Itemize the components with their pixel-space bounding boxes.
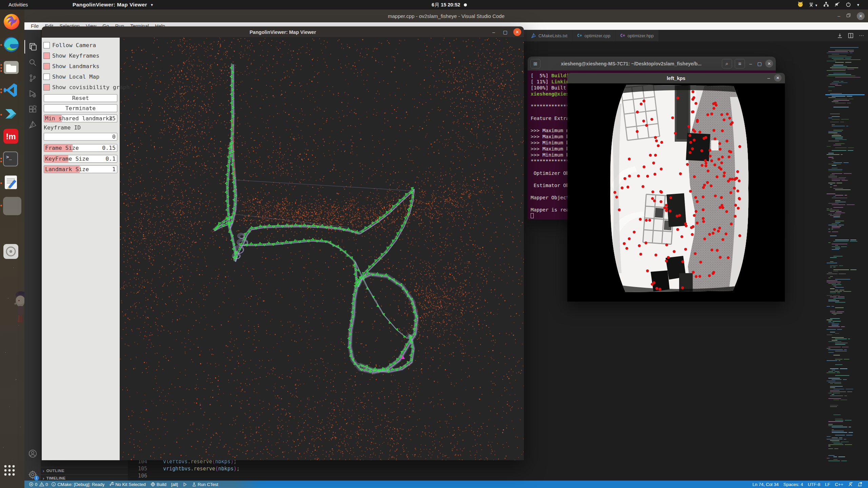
activity-run-debug-icon[interactable] [24, 87, 41, 100]
status-c-[interactable]: C++ [832, 481, 846, 488]
status-0[interactable]: 0 [28, 481, 38, 488]
dock-item-edge[interactable] [3, 36, 22, 55]
cat-indicator-icon[interactable] [797, 1, 803, 8]
tab-optimizer.hpp[interactable]: C+optimizer.hpp [615, 30, 659, 41]
activity-explorer-icon[interactable] [24, 40, 41, 54]
pangolin-minimize-button[interactable]: – [490, 29, 497, 35]
keyframe-id-input[interactable]: 0 [44, 133, 117, 141]
network-icon[interactable] [823, 1, 829, 8]
checkbox-show-local-map[interactable]: Show Local Map [43, 73, 99, 80]
system-tray: ▼▼ [797, 0, 860, 9]
activity-cmake-icon[interactable] [24, 118, 41, 131]
slider-frame-size[interactable]: Frame Size0.15 [44, 144, 117, 152]
terminal-close-button[interactable]: ✕ [765, 60, 773, 67]
status-spaces-4[interactable]: Spaces: 4 [781, 481, 806, 488]
pangolin-maximize-button[interactable]: ▢ [502, 29, 509, 35]
status-ln-74-col-34[interactable]: Ln 74, Col 34 [750, 481, 781, 488]
dock-item-recent-app[interactable] [3, 197, 22, 216]
pangolin-control-panel: Follow CameraShow KeyframesShow Landmark… [42, 38, 120, 460]
activity-extensions-icon[interactable] [24, 102, 41, 116]
recording-indicator [464, 0, 467, 9]
pangolin-window: PangolinViewer: Map Viewer – ▢ ✕ Follow … [42, 26, 524, 460]
button-reset[interactable]: Reset [44, 94, 117, 102]
status-cmake-debug-ready[interactable]: CMake: [Debug]: Ready [49, 481, 107, 488]
input-language-indicator[interactable]: ▼ [809, 2, 818, 7]
activities-button[interactable]: Activities [8, 0, 28, 9]
vscode-restore-button[interactable] [846, 13, 851, 19]
checkbox-show-keyframes[interactable]: Show Keyframes [43, 52, 99, 59]
vscode-title: mapper.cpp - ov2slam_fisheye - Visual St… [24, 9, 868, 22]
status-lf[interactable]: LF [823, 481, 832, 488]
slider-min-shared-landmarks[interactable]: Min shared landmarks25 [44, 115, 117, 122]
more-actions-icon[interactable]: ⋯ [859, 33, 864, 39]
run-cpp-icon[interactable] [837, 33, 843, 38]
activity-account-icon[interactable] [24, 447, 41, 460]
checkbox-follow-camera[interactable]: Follow Camera [43, 42, 96, 48]
dock-item-app-grid[interactable] [3, 464, 22, 483]
dock-item-vscode[interactable] [3, 82, 22, 101]
status-play[interactable] [180, 481, 190, 488]
top-bar: Activities PangolinViewer: Map Viewer▼ 6… [0, 0, 868, 9]
slider-landmark-size[interactable]: Landmark Size1 [44, 165, 117, 173]
split-editor-icon[interactable] [848, 33, 853, 38]
dock: !m>_ [0, 9, 24, 488]
dock-item-terminal[interactable]: >_ [3, 151, 22, 170]
status-utf-8[interactable]: UTF-8 [805, 481, 823, 488]
left-kps-titlebar[interactable]: left_kps – ✕ [567, 73, 785, 83]
terminal-header[interactable]: ⊞ xiesheng@xiesheng-MS-7C71: ~/Desktop/o… [528, 57, 776, 70]
pangolin-title: PangolinViewer: Map Viewer [42, 26, 524, 38]
dock-item-disc-burner[interactable] [3, 243, 22, 262]
pangolin-close-button[interactable]: ✕ [513, 28, 521, 36]
vscode-activity-bar: 1 [24, 30, 41, 481]
status-0[interactable]: 0 [38, 481, 49, 488]
terminal-new-tab-button[interactable]: ⊞ [530, 59, 540, 68]
status-person[interactable] [846, 481, 855, 488]
dock-item-im-app[interactable]: !m [3, 128, 22, 147]
pangolin-titlebar[interactable]: PangolinViewer: Map Viewer – ▢ ✕ [42, 26, 524, 38]
vscode-close-button[interactable]: ✕ [857, 12, 865, 20]
status-build[interactable]: Build [148, 481, 169, 488]
left-kps-window: left_kps – ✕ [567, 73, 785, 302]
svg-text:!m: !m [6, 132, 16, 141]
tray-chevron-icon[interactable]: ▼ [856, 3, 860, 7]
minimap[interactable] [825, 41, 865, 481]
dock-item-text-editor[interactable] [3, 174, 22, 193]
terminal-title: xiesheng@xiesheng-MS-7C71: ~/Desktop/ov2… [543, 61, 719, 66]
vscode-minimize-button[interactable]: – [837, 13, 840, 19]
dock-item-files[interactable] [3, 59, 22, 78]
checkbox-show-covisibility-graph[interactable]: Show covisibility graph [43, 84, 130, 90]
left-kps-image [567, 83, 785, 302]
terminal-menu-button[interactable]: ≡ [735, 59, 745, 68]
status-bell[interactable] [855, 481, 865, 488]
editor-actions: ⋯ [837, 30, 864, 41]
activity-search-icon[interactable] [24, 56, 41, 69]
checkbox-show-landmarks[interactable]: Show Landmarks [43, 63, 99, 69]
left-kps-close-button[interactable]: ✕ [774, 74, 782, 82]
volume-muted-icon[interactable] [834, 1, 840, 8]
status-no-kit-selected[interactable]: No Kit Selected [107, 481, 148, 488]
terminal-cursor [531, 213, 534, 218]
tab-optimizer.cpp[interactable]: C+optimizer.cpp [572, 30, 615, 41]
activity-settings-gear-icon[interactable]: 1 [24, 468, 41, 481]
sidebar-section-outline[interactable]: ›OUTLINE [41, 467, 128, 474]
left-kps-title: left_kps [567, 73, 785, 83]
power-icon[interactable] [846, 2, 851, 8]
button-terminate[interactable]: Terminate [44, 104, 117, 112]
slam-map-view[interactable] [120, 38, 524, 460]
dock-item-firefox[interactable] [3, 13, 22, 32]
settings-badge: 1 [34, 475, 39, 481]
vscode-titlebar[interactable]: mapper.cpp - ov2slam_fisheye - Visual St… [24, 9, 868, 22]
terminal-search-button[interactable]: ⌕ [722, 59, 732, 68]
terminal-minimize-button[interactable]: – [748, 61, 754, 66]
activity-source-control-icon[interactable] [24, 71, 41, 85]
tab-CMakeLists.txt[interactable]: CMakeLists.txt [526, 30, 572, 41]
app-menu[interactable]: PangolinViewer: Map Viewer▼ [73, 0, 154, 9]
menu-file[interactable]: File [28, 23, 42, 29]
dock-item-arrow-app[interactable] [3, 106, 22, 125]
slider-keyframe-size[interactable]: KeyFrame Size0.1 [44, 155, 117, 163]
left-kps-minimize-button[interactable]: – [767, 75, 770, 81]
terminal-maximize-button[interactable]: ▢ [756, 61, 763, 66]
status-run-ctest[interactable]: Run CTest [190, 481, 221, 488]
clock[interactable]: 6 15 20:52 [432, 0, 460, 9]
status--all-[interactable]: [all] [169, 481, 180, 488]
